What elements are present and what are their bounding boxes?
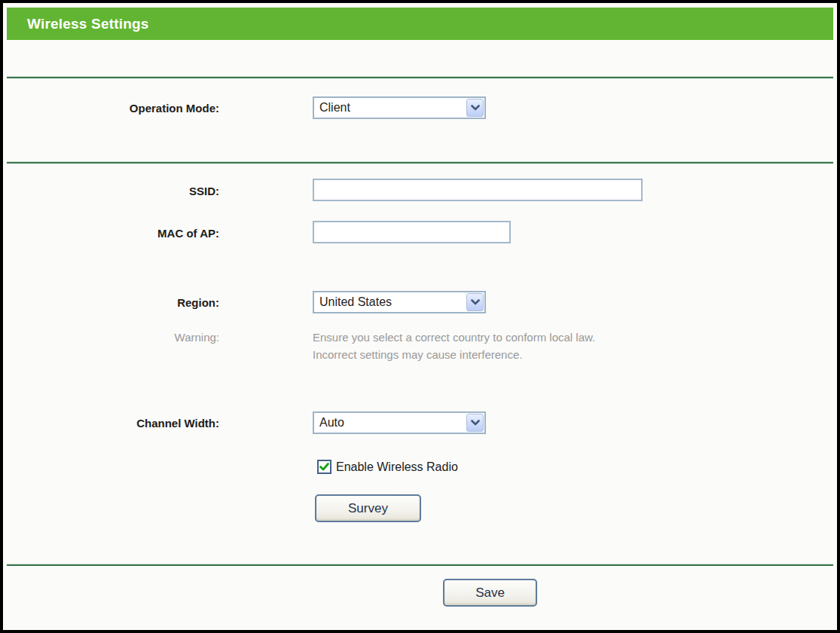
region-select[interactable]: United States (313, 291, 486, 313)
warning-label: Warning: (18, 330, 219, 345)
channel-width-label: Channel Width: (18, 416, 219, 431)
warning-text: Ensure you select a correct country to c… (313, 329, 689, 363)
chevron-down-icon (466, 414, 484, 432)
operation-mode-value: Client (314, 101, 466, 115)
section-divider (7, 564, 833, 566)
ssid-input[interactable] (313, 179, 643, 201)
survey-button[interactable]: Survey (315, 494, 421, 522)
enable-wireless-radio-label: Enable Wireless Radio (331, 460, 458, 474)
chevron-down-icon (466, 293, 484, 311)
operation-mode-label: Operation Mode: (18, 101, 219, 116)
mac-of-ap-label: MAC of AP: (18, 226, 219, 241)
channel-width-select[interactable]: Auto (313, 411, 486, 434)
region-value: United States (314, 295, 466, 309)
wireless-settings-page: Wireless Settings Operation Mode: Client… (0, 0, 840, 633)
operation-mode-select[interactable]: Client (313, 96, 486, 119)
enable-wireless-radio-checkbox[interactable] (317, 460, 331, 474)
warning-line-1: Ensure you select a correct country to c… (313, 329, 689, 346)
ssid-label: SSID: (18, 184, 219, 199)
page-title: Wireless Settings (7, 8, 833, 40)
warning-line-2: Incorrect settings may cause interferenc… (313, 346, 689, 363)
section-divider (7, 76, 833, 78)
channel-width-value: Auto (314, 416, 466, 430)
enable-wireless-radio-row[interactable]: Enable Wireless Radio (317, 460, 458, 474)
section-divider (7, 161, 833, 164)
mac-of-ap-input[interactable] (313, 221, 511, 243)
save-button[interactable]: Save (443, 579, 537, 607)
chevron-down-icon (466, 99, 484, 117)
check-icon (319, 463, 329, 471)
region-label: Region: (18, 295, 219, 310)
